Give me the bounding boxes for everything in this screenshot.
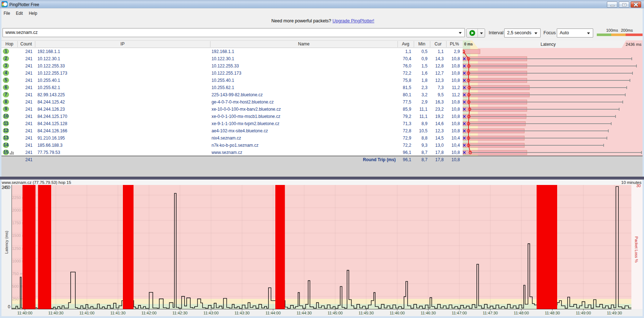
svg-text:Latency: Latency	[541, 42, 556, 47]
svg-text:Packet Loss %: Packet Loss %	[634, 237, 639, 263]
svg-text:11:44:00: 11:44:00	[266, 311, 281, 315]
svg-text:www.seznam.cz (77.75.79.53) ho: www.seznam.cz (77.75.79.53) hop 15	[1, 180, 71, 185]
svg-text:11:43:00: 11:43:00	[204, 311, 219, 315]
svg-text:11:45:30: 11:45:30	[359, 311, 374, 315]
svg-text:2450: 2450	[2, 185, 10, 190]
svg-text:11:47:00: 11:47:00	[452, 311, 467, 315]
svg-text:11:46:00: 11:46:00	[390, 311, 405, 315]
svg-text:11:48:00: 11:48:00	[514, 311, 529, 315]
svg-text:11:46:30: 11:46:30	[421, 311, 436, 315]
svg-text:11:41:30: 11:41:30	[110, 311, 125, 315]
svg-text:11:41:00: 11:41:00	[79, 311, 94, 315]
svg-text:0: 0	[8, 304, 10, 309]
svg-text:11:49:00: 11:49:00	[576, 311, 591, 315]
svg-text:11:45:00: 11:45:00	[328, 311, 343, 315]
svg-text:11:40:00: 11:40:00	[17, 311, 32, 315]
svg-text:11:40:30: 11:40:30	[48, 311, 63, 315]
svg-text:11:43:30: 11:43:30	[235, 311, 250, 315]
svg-text:11:42:00: 11:42:00	[141, 311, 156, 315]
svg-text:11:47:30: 11:47:30	[483, 311, 498, 315]
svg-text:2436 ms: 2436 ms	[626, 42, 641, 47]
svg-text:0 ms: 0 ms	[464, 42, 473, 46]
svg-text:Latency (ms): Latency (ms)	[4, 231, 9, 254]
svg-text:30: 30	[636, 184, 641, 188]
svg-text:11:44:30: 11:44:30	[297, 311, 312, 315]
svg-text:11:42:30: 11:42:30	[172, 311, 187, 315]
svg-text:11:48:30: 11:48:30	[545, 311, 560, 315]
svg-text:11:49:30: 11:49:30	[607, 311, 622, 315]
